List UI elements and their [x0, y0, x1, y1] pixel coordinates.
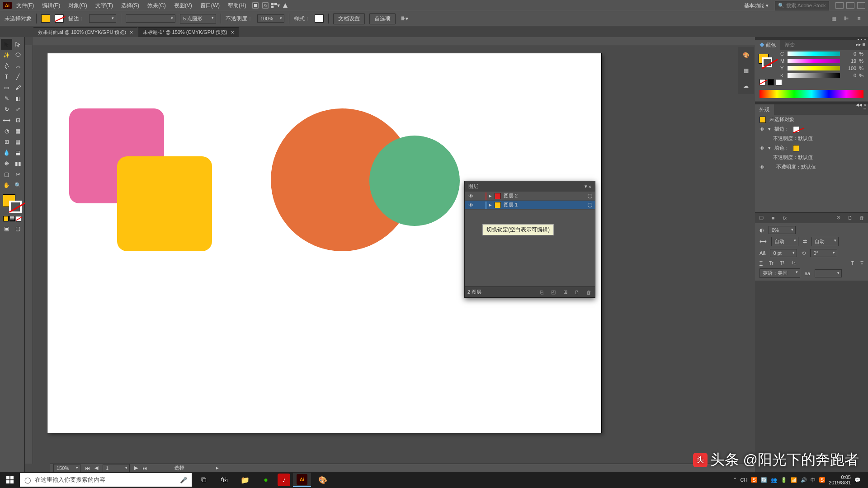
- menu-object[interactable]: 对象(O): [65, 0, 90, 11]
- netease-icon[interactable]: ♪: [278, 474, 290, 486]
- blend-tool[interactable]: ⬓: [12, 147, 24, 158]
- gradient-tab[interactable]: 渐变: [780, 40, 799, 50]
- mesh-tool[interactable]: ⊞: [1, 136, 12, 147]
- duplicate-icon[interactable]: 🗋: [846, 215, 854, 221]
- stroke-swatch[interactable]: [55, 14, 64, 23]
- layer-name[interactable]: 图层 2: [504, 192, 518, 199]
- tray-up-icon[interactable]: ˄: [734, 477, 736, 483]
- line-tool[interactable]: ╱: [12, 71, 24, 82]
- stroke-value-swatch[interactable]: [793, 126, 799, 132]
- hand-tool[interactable]: ✋: [1, 180, 12, 191]
- green-circle[interactable]: [369, 136, 460, 226]
- tray-people-icon[interactable]: 👥: [771, 477, 777, 483]
- menu-effect[interactable]: 效果(C): [144, 0, 170, 11]
- kerning-dropdown[interactable]: 自动: [771, 237, 798, 246]
- curvature-tool[interactable]: [12, 61, 24, 71]
- rotate-tool[interactable]: ↻: [1, 104, 12, 115]
- zoom-dropdown[interactable]: 150%: [53, 464, 80, 472]
- y-slider[interactable]: [788, 66, 840, 70]
- explorer-icon[interactable]: 📁: [236, 473, 254, 487]
- locate-icon[interactable]: ⎘: [538, 290, 545, 295]
- opacity-dropdown[interactable]: 100%: [257, 14, 284, 23]
- underline-icon[interactable]: T: [760, 260, 763, 266]
- visibility-icon[interactable]: 👁: [760, 145, 764, 151]
- rotation-dropdown[interactable]: 0°: [810, 249, 837, 257]
- scale-tool[interactable]: ⤢: [12, 104, 24, 115]
- smallcaps-icon[interactable]: Ŧ: [860, 260, 863, 266]
- superscript-icon[interactable]: T¹: [780, 260, 784, 266]
- m-slider[interactable]: [788, 59, 840, 63]
- doc-setup-button[interactable]: 文档设置: [333, 13, 365, 24]
- close-tab-icon[interactable]: ×: [130, 29, 133, 36]
- selection-tool[interactable]: [1, 39, 12, 50]
- dock-close-icon[interactable]: ×: [864, 38, 866, 39]
- strikethrough-icon[interactable]: Tr: [769, 260, 774, 266]
- disclosure-icon[interactable]: ▸: [489, 202, 492, 208]
- pen-tool[interactable]: [1, 61, 12, 71]
- canvas[interactable]: 图层 ▾ × 👁 ▸ 图层 2 👁: [25, 37, 755, 472]
- artboard-nav-dropdown[interactable]: 1: [103, 464, 130, 472]
- menu-help[interactable]: 帮助(H): [224, 0, 250, 11]
- illustrator-task-icon[interactable]: Ai: [293, 473, 311, 487]
- shaper-tool[interactable]: ✎: [1, 93, 12, 104]
- menu-file[interactable]: 文件(F): [13, 0, 38, 11]
- panel-menu-icon[interactable]: ≡: [862, 104, 868, 115]
- visibility-icon[interactable]: 👁: [467, 202, 474, 208]
- tray-date[interactable]: 2019/8/31: [829, 480, 851, 485]
- target-icon[interactable]: [588, 194, 592, 198]
- antialias-dropdown[interactable]: [815, 269, 842, 277]
- delete-icon[interactable]: 🗑: [858, 215, 865, 221]
- tray-time[interactable]: 0:05: [829, 474, 851, 480]
- direct-selection-tool[interactable]: [12, 39, 24, 50]
- layers-panel[interactable]: 图层 ▾ × 👁 ▸ 图层 2 👁: [464, 181, 595, 298]
- style-swatch[interactable]: [315, 14, 324, 23]
- graph-tool[interactable]: ▮▮: [12, 158, 24, 169]
- panel-menu-icon[interactable]: ▸▸ ≡: [853, 40, 868, 50]
- zoom-tool[interactable]: 🔍: [12, 180, 24, 191]
- nav-last-icon[interactable]: ⏭: [142, 465, 147, 471]
- close-tab-icon[interactable]: ×: [231, 29, 234, 36]
- tray-battery-icon[interactable]: 🔋: [781, 477, 787, 483]
- opacity-mini-dropdown[interactable]: 0%: [769, 226, 796, 234]
- minimize-button[interactable]: [835, 2, 844, 9]
- tracking-dropdown[interactable]: 自动: [811, 237, 839, 246]
- clip-mask-icon[interactable]: ◰: [550, 289, 557, 295]
- type-tool[interactable]: T: [1, 71, 12, 82]
- color-tab[interactable]: ◆ 颜色: [755, 40, 780, 50]
- tray-sogou-icon[interactable]: S: [751, 477, 757, 483]
- maximize-button[interactable]: [846, 2, 854, 9]
- k-slider[interactable]: [788, 73, 840, 78]
- color-guide-icon[interactable]: 🎨: [740, 49, 752, 61]
- perspective-tool[interactable]: ▦: [12, 126, 24, 136]
- swatches-icon[interactable]: ▦: [740, 64, 752, 77]
- tray-wifi-icon[interactable]: 📶: [791, 477, 797, 483]
- spectrum-bar[interactable]: [760, 90, 863, 98]
- doc-tab-1[interactable]: 效果封面.ai @ 100% (CMYK/GPU 预览)×: [33, 27, 137, 37]
- rectangle-tool[interactable]: ▭: [1, 82, 12, 93]
- dock-close-icon[interactable]: ×: [864, 103, 866, 103]
- stroke-weight-dropdown[interactable]: [89, 14, 116, 23]
- status-disclosure-icon[interactable]: ▸: [216, 465, 219, 471]
- opt-snap-icon[interactable]: ⊫: [842, 15, 851, 22]
- menu-edit[interactable]: 编辑(E): [38, 0, 64, 11]
- brush-definition-dropdown[interactable]: 5 点圆形: [180, 14, 216, 23]
- free-transform-tool[interactable]: ⊡: [12, 115, 24, 126]
- appearance-tab[interactable]: 外观: [755, 104, 774, 115]
- stock-search[interactable]: 🔍 搜索 Adobe Stock: [775, 1, 829, 10]
- dock-collapse-icon[interactable]: ◀◀: [856, 103, 862, 103]
- slice-tool[interactable]: ✂: [12, 169, 24, 180]
- menu-type[interactable]: 文字(T): [92, 0, 117, 11]
- color-mode-buttons[interactable]: [1, 216, 24, 221]
- menu-select[interactable]: 选择(S): [118, 0, 143, 11]
- close-button[interactable]: [857, 2, 865, 9]
- shape-builder-tool[interactable]: ◔: [1, 126, 12, 136]
- gpu-icon[interactable]: [281, 1, 290, 10]
- magic-wand-tool[interactable]: ✨: [1, 50, 12, 61]
- taskbar-search[interactable]: ◯ 在这里输入你要搜索的内容 🎤: [20, 473, 192, 487]
- arrange-docs-icon[interactable]: ▾: [271, 1, 280, 10]
- task-view-icon[interactable]: ⧉: [194, 473, 212, 487]
- fill-value-swatch[interactable]: [793, 145, 799, 151]
- new-layer-icon[interactable]: 🗋: [573, 290, 580, 295]
- ruler-vertical[interactable]: [25, 45, 33, 464]
- target-icon[interactable]: [588, 203, 592, 207]
